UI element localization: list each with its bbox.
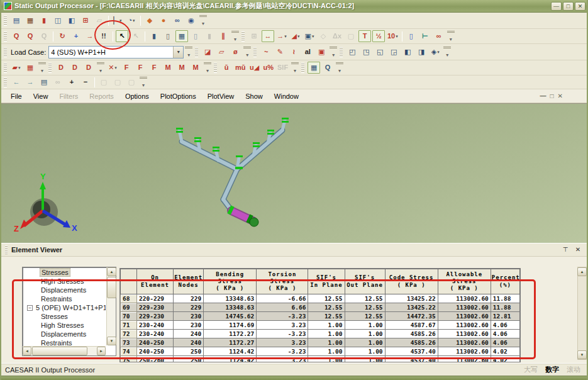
tree-item[interactable]: High Stresses — [23, 277, 106, 286]
scroll-right-icon[interactable]: ► — [97, 347, 106, 355]
eraser-button[interactable]: ◪ — [201, 46, 214, 58]
table-row[interactable]: 72230-2402401172.27-3.231.001.004585.261… — [121, 330, 520, 338]
parallel-pipes-button[interactable]: ∥ — [217, 30, 230, 42]
menu-file[interactable]: File — [5, 91, 28, 102]
title-bar[interactable]: Static Output Processor - [F:\CAESARII 相… — [1, 0, 587, 13]
briefcase-button[interactable]: ▦ — [24, 14, 36, 26]
moment-max-button[interactable]: M — [189, 62, 202, 74]
ink-cartridge-button[interactable]: ▮ — [38, 14, 50, 26]
table-row[interactable]: 69229-23022913348.636.6612.5512.5513425.… — [121, 303, 520, 312]
annotation-box-button[interactable]: ▣ — [315, 46, 328, 58]
render-wireframe-button[interactable]: ▯ — [162, 30, 174, 42]
table-row[interactable]: 68220-22922913348.63-6.6612.5512.5513425… — [121, 294, 520, 303]
sketch-line-button[interactable]: ~ — [260, 46, 272, 58]
stress-u-button[interactable]: ū — [220, 62, 233, 74]
toolbar-grip[interactable] — [253, 47, 257, 57]
view-left-button[interactable]: ◧ — [401, 46, 414, 58]
toolbar-overflow-button[interactable]: ▾ — [199, 15, 207, 26]
tree-item[interactable]: High Stresses — [23, 321, 106, 330]
cube-outline-button[interactable]: ▱ — [215, 46, 228, 58]
maximize-button[interactable]: □ — [563, 2, 574, 11]
node-numbers-button[interactable]: 10▾ — [386, 30, 399, 42]
view-orient-button[interactable]: ◈▾ — [429, 46, 441, 58]
view-iso-ne-button[interactable]: ◳ — [360, 46, 372, 58]
restraints-button[interactable]: ↔ — [262, 30, 274, 42]
column-header[interactable]: Torsion Stress ( KPa ) — [257, 269, 308, 294]
toolbar-grip[interactable] — [214, 63, 217, 73]
minimize-button[interactable]: — — [551, 2, 562, 11]
tree-item[interactable]: Stresses — [23, 268, 106, 277]
element-viewer-header[interactable]: Element Viewer ⊤ ✕ — [1, 243, 587, 257]
tree-item[interactable]: Restraints — [23, 294, 106, 303]
column-header[interactable]: On Element — [137, 269, 174, 294]
force-max-button[interactable]: F — [148, 62, 160, 74]
column-header[interactable]: SIF's In Plane — [308, 269, 345, 294]
row-number-cell[interactable]: 70 — [121, 312, 137, 321]
tree-item[interactable]: Displacements — [23, 330, 106, 338]
toolbar-overflow-button[interactable]: ▾ — [291, 62, 299, 74]
walk-through-button[interactable]: !! — [97, 30, 110, 42]
toolbar-overflow-button[interactable]: ▾ — [185, 47, 192, 58]
render-translucent-button[interactable]: ▯ — [189, 30, 202, 42]
column-header[interactable]: Allowable Stress ( KPa ) — [438, 269, 491, 294]
column-header[interactable]: Element Nodes — [174, 269, 204, 294]
tee-check-button[interactable]: T — [358, 30, 371, 42]
tree-item[interactable]: −5 (OPE) W+D1+T1+P1+ — [23, 303, 106, 312]
row-number-cell[interactable]: 68 — [121, 294, 137, 303]
column-header[interactable]: SIF's Out Plane — [345, 269, 385, 294]
toolbar-grip[interactable] — [4, 77, 7, 87]
row-number-cell[interactable]: 72 — [121, 330, 137, 338]
column-header[interactable]: Percent (%) — [491, 269, 519, 294]
toolbar-overflow-button[interactable]: ▾ — [443, 47, 451, 58]
table-row[interactable]: 71230-2402301174.693.231.001.004587.6711… — [121, 321, 520, 330]
hangers-hatch-button[interactable]: ◢▾ — [289, 30, 302, 42]
menu-view[interactable]: View — [28, 91, 54, 102]
nav-forward-button[interactable]: → — [24, 76, 36, 88]
scroll-up-icon[interactable]: ▲ — [577, 267, 587, 276]
toolbar-overflow-button[interactable]: ▾ — [140, 77, 147, 88]
collapse-icon[interactable]: − — [27, 305, 33, 311]
view-right-button[interactable]: ◨ — [415, 46, 428, 58]
close-panel-icon[interactable]: ✕ — [573, 245, 583, 255]
ruler-clamp-flip-button[interactable]: ◧ — [65, 14, 78, 26]
toolbar-grip[interactable] — [4, 31, 7, 42]
row-number-cell[interactable]: 75 — [121, 356, 137, 363]
displacements-arrow-button[interactable]: →▾ — [275, 30, 288, 42]
viewer-vscrollbar[interactable]: ▲ ▼ — [577, 267, 587, 360]
close-button[interactable]: ✕ — [575, 2, 585, 11]
binoculars-blue-button[interactable]: ∞ — [171, 14, 184, 26]
stress-percent-button[interactable]: u% — [262, 62, 275, 74]
menu-plotview[interactable]: PlotView — [202, 91, 240, 102]
cube-hide-button[interactable]: ø — [229, 46, 241, 58]
mdi-restore-button[interactable]: □ — [550, 92, 554, 99]
force-element-button[interactable]: F — [134, 62, 147, 74]
toolbar-overflow-button[interactable]: ▾ — [243, 47, 251, 58]
panel-grip-icon[interactable] — [5, 245, 8, 254]
ruler-vertical-button[interactable]: ▯ — [405, 30, 418, 42]
scroll-left-icon[interactable]: ◄ — [23, 347, 31, 355]
element-grid-button[interactable]: ▦ — [24, 62, 36, 74]
toolbar-overflow-button[interactable]: ▾ — [330, 47, 337, 58]
table-row[interactable]: 73240-2502401172.273.231.001.004585.2611… — [121, 338, 520, 347]
find-node-button[interactable]: ∞ — [433, 30, 445, 42]
menu-plotoptions[interactable]: PlotOptions — [155, 91, 202, 102]
zoom-out-button[interactable]: Q — [24, 30, 36, 42]
view-front-button[interactable]: ◱ — [374, 46, 386, 58]
magnify-table-button[interactable]: Q — [321, 62, 334, 74]
car-button[interactable]: ● — [157, 14, 170, 26]
flag-node-button[interactable]: ⊢ — [419, 30, 431, 42]
pen-corner-button[interactable]: ✎ — [274, 46, 286, 58]
rotate-button[interactable]: ↻ — [56, 30, 69, 42]
expand-range-button[interactable]: ✕▾ — [106, 62, 119, 74]
tree-vscrollbar[interactable]: ▲ ▼ — [106, 267, 116, 345]
length-halve-button[interactable]: ½ — [372, 30, 385, 42]
row-number-cell[interactable]: 74 — [121, 347, 137, 356]
toolbar-grip[interactable] — [4, 63, 7, 73]
scroll-down-icon[interactable]: ▼ — [577, 350, 587, 359]
toolbar-grip[interactable] — [301, 63, 304, 73]
tree-item[interactable]: Restraints — [23, 338, 106, 345]
row-number-cell[interactable]: 73 — [121, 338, 137, 347]
row-number-cell[interactable]: 71 — [121, 321, 137, 330]
ruler-clamp-button[interactable]: ◫ — [52, 14, 64, 26]
toolbar-overflow-button[interactable]: ▾ — [447, 31, 455, 42]
